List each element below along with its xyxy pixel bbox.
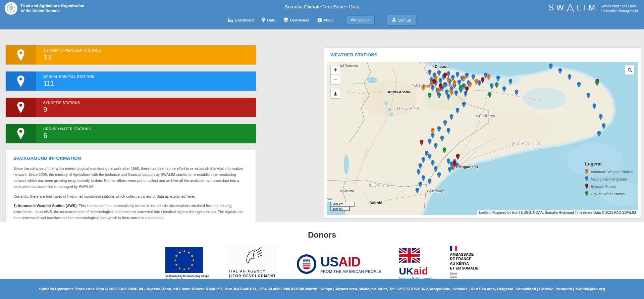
sign-in-button[interactable]: Sign In bbox=[346, 16, 374, 24]
automatic-weather-station-marker[interactable] bbox=[474, 79, 478, 85]
stat-card-automatic-weather-stations: AUTOMATIC WEATHER STATIONS13 bbox=[6, 45, 256, 64]
manual-rainfall-station-marker[interactable] bbox=[443, 120, 447, 126]
sign-up-button[interactable]: Sign Up bbox=[387, 15, 416, 25]
synoptic-station-marker[interactable] bbox=[443, 72, 447, 79]
synoptic-station-marker[interactable] bbox=[420, 140, 424, 146]
nav-item-downloads[interactable]: Downloads bbox=[283, 17, 309, 22]
scale-mi: 100 mi bbox=[330, 207, 350, 211]
background-information-heading: BACKGROUND INFORMATION bbox=[13, 156, 248, 161]
ground-water-station-marker[interactable] bbox=[459, 85, 463, 91]
manual-rainfall-station-marker[interactable] bbox=[455, 108, 460, 114]
svg-text:USAID: USAID bbox=[304, 260, 310, 262]
scale-km: 200 km bbox=[330, 202, 355, 207]
manual-rainfall-station-marker[interactable] bbox=[449, 114, 453, 120]
ground-water-station-marker[interactable] bbox=[495, 82, 499, 88]
manual-rainfall-station-marker[interactable] bbox=[448, 167, 452, 173]
mountain-icon bbox=[566, 3, 574, 12]
manual-rainfall-station-marker[interactable] bbox=[431, 160, 435, 166]
background-paragraph: Currently, there are four types of hydro… bbox=[13, 193, 248, 199]
background-paragraph: Since the collapse of the hydro-meteorol… bbox=[13, 165, 248, 190]
manual-rainfall-station-marker[interactable] bbox=[421, 175, 425, 181]
org-name-line1: Food and Agriculture Organization bbox=[21, 3, 84, 8]
manual-rainfall-station-marker[interactable] bbox=[418, 163, 422, 169]
leaflet-link[interactable]: Leaflet bbox=[479, 210, 490, 214]
zoom-in-button[interactable]: + bbox=[330, 65, 340, 75]
map-place-label: Nairobi bbox=[367, 201, 382, 205]
automatic-weather-station-marker[interactable] bbox=[431, 128, 435, 134]
manual-rainfall-station-marker[interactable] bbox=[417, 169, 421, 175]
automatic-weather-station-marker[interactable] bbox=[421, 85, 425, 91]
usaid-brand-aid: AID bbox=[338, 254, 361, 269]
nav-label: About bbox=[324, 18, 334, 22]
usaid-logo: USAID USAID FROM THE AMERICAN PEOPLE bbox=[296, 254, 381, 275]
ground-water-station-marker[interactable] bbox=[488, 92, 492, 98]
manual-rainfall-station-marker[interactable] bbox=[454, 90, 458, 96]
manual-rainfall-station-marker[interactable] bbox=[592, 103, 596, 109]
stat-value: 9 bbox=[43, 105, 80, 113]
ground-water-station-marker[interactable] bbox=[428, 93, 432, 99]
synoptic-station-marker[interactable] bbox=[465, 86, 469, 92]
manual-rainfall-station-marker[interactable] bbox=[515, 90, 519, 96]
manual-rainfall-station-marker[interactable] bbox=[577, 82, 581, 88]
esri-link[interactable]: Esri bbox=[512, 210, 518, 214]
manual-rainfall-station-marker[interactable] bbox=[508, 79, 513, 85]
stat-label: MANUAL RAINFALL STATIONS bbox=[43, 75, 94, 79]
manual-rainfall-station-marker[interactable] bbox=[455, 72, 460, 78]
attribution-rest: | USGS, NOAA, Somalia Hydromet TimeSerie… bbox=[518, 210, 636, 214]
manual-rainfall-station-marker[interactable] bbox=[434, 143, 438, 149]
automatic-weather-station-marker[interactable] bbox=[462, 76, 466, 82]
france-line4: ET EN SOMALIE bbox=[450, 266, 479, 271]
manual-rainfall-station-marker[interactable] bbox=[597, 131, 601, 137]
manual-rainfall-station-marker[interactable] bbox=[599, 114, 603, 120]
synoptic-station-marker[interactable] bbox=[456, 154, 460, 160]
manual-rainfall-station-marker[interactable] bbox=[421, 157, 425, 163]
manual-rainfall-station-marker[interactable] bbox=[558, 68, 562, 74]
manual-rainfall-station-marker[interactable] bbox=[440, 136, 444, 142]
france-flag-icon bbox=[450, 246, 457, 251]
map-place-label: ETHIOPIA bbox=[389, 106, 421, 111]
manual-rainfall-station-marker[interactable] bbox=[428, 69, 432, 76]
ground-water-station-marker[interactable] bbox=[595, 80, 599, 86]
map-download-button[interactable] bbox=[330, 89, 340, 99]
map-search-button[interactable] bbox=[625, 65, 635, 75]
donors-heading: Donors bbox=[0, 222, 644, 240]
synoptic-station-marker[interactable] bbox=[432, 79, 436, 85]
org-name-line2: of the United Nations bbox=[21, 8, 84, 13]
weather-stations-map[interactable]: Ad DamazinDJIBOUTIDjiboutiDire DawaAddis… bbox=[327, 62, 638, 215]
manual-rainfall-station-marker[interactable] bbox=[415, 188, 419, 194]
zoom-out-button[interactable]: − bbox=[330, 75, 340, 85]
manual-rainfall-station-marker[interactable] bbox=[568, 74, 572, 80]
manual-rainfall-station-marker[interactable] bbox=[586, 93, 590, 99]
stat-label: AUTOMATIC WEATHER STATIONS bbox=[43, 49, 101, 52]
automatic-weather-station-marker[interactable] bbox=[452, 80, 457, 86]
manual-rainfall-station-marker[interactable] bbox=[418, 182, 422, 188]
usaid-seal-icon: USAID bbox=[296, 254, 317, 275]
manual-rainfall-station-marker[interactable] bbox=[502, 86, 506, 92]
synoptic-station-marker[interactable] bbox=[481, 77, 485, 83]
manual-rainfall-station-marker[interactable] bbox=[428, 139, 432, 145]
manual-rainfall-station-marker[interactable] bbox=[446, 128, 450, 134]
swalim-logo: SWLIM Somali Water and Land Information … bbox=[548, 3, 638, 14]
ground-water-station-marker[interactable] bbox=[442, 147, 446, 153]
automatic-weather-station-marker[interactable] bbox=[487, 74, 491, 80]
manual-rainfall-station-marker[interactable] bbox=[428, 179, 432, 185]
nav-item-dashboard[interactable]: Dashboard bbox=[228, 18, 254, 22]
synoptic-station-marker[interactable] bbox=[452, 161, 457, 167]
manual-rainfall-station-marker[interactable] bbox=[490, 83, 494, 89]
synoptic-station-marker[interactable] bbox=[438, 83, 442, 89]
manual-rainfall-station-marker[interactable] bbox=[462, 102, 466, 108]
automatic-weather-station-marker[interactable] bbox=[449, 90, 453, 96]
manual-rainfall-station-marker[interactable] bbox=[602, 123, 606, 129]
dove-icon bbox=[242, 246, 263, 266]
nav-item-about[interactable]: About bbox=[317, 18, 334, 22]
manual-rainfall-station-marker[interactable] bbox=[549, 63, 553, 69]
manual-rainfall-station-marker[interactable] bbox=[428, 154, 432, 160]
map-place-label: Victoria bbox=[327, 197, 332, 201]
manual-rainfall-station-marker[interactable] bbox=[434, 166, 438, 172]
manual-rainfall-station-marker[interactable] bbox=[496, 76, 500, 82]
legend-pin-icon bbox=[585, 176, 589, 182]
manual-rainfall-station-marker[interactable] bbox=[437, 126, 441, 132]
manual-rainfall-station-marker[interactable] bbox=[437, 172, 441, 178]
nav-label: Downloads bbox=[290, 18, 309, 22]
nav-item-data[interactable]: Data bbox=[262, 17, 275, 22]
